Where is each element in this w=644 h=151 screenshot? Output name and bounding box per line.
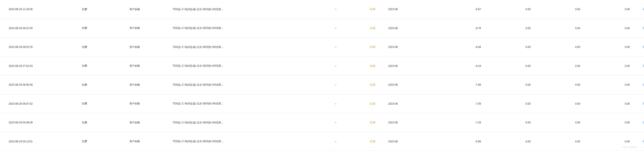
cell-balance: -8.87 (444, 8, 485, 11)
cell-time: 2023-08-29 09:02:25 (0, 46, 78, 48)
cell-balance: -8.79 (444, 27, 485, 30)
cell-period: 2023-08 (380, 140, 444, 143)
cell-balance: -7.29 (444, 121, 485, 124)
detail-link[interactable]: 详情 (643, 140, 644, 143)
cell-placeholder: -- (302, 64, 341, 68)
cell-description: TDSQL-C MySQL版-北京-08月按小时结算... (168, 8, 302, 11)
cell-number-1: 0.00 (485, 64, 535, 68)
cell-placeholder: -- (302, 121, 341, 124)
cell-amount: -0.08 (341, 8, 380, 11)
cell-type: 扣费 (78, 102, 125, 106)
cell-time: 2023-08-29 06:50:48 (0, 83, 78, 86)
cell-source: 用户余额 (125, 140, 168, 143)
cell-description: TDSQL-C MySQL版-北京-08月按小时结算... (168, 45, 302, 49)
cell-amount: -0.30 (341, 102, 380, 105)
cell-number-3: 0.00 (584, 83, 634, 86)
cell-number-3: 0.00 (584, 27, 634, 30)
cell-type: 扣费 (78, 140, 125, 143)
cell-description: TDSQL-C MySQL版-北京-08月按小时结算... (168, 121, 302, 124)
cell-period: 2023-08 (380, 64, 444, 68)
table-row: 2023-08-29 06:50:48 扣费 用户余额 TDSQL-C MySQ… (0, 76, 644, 94)
cell-number-3: 0.00 (584, 8, 634, 11)
table-row: 2023-08-29 11:26:56 扣费 用户余额 TDSQL-C MySQ… (0, 0, 644, 19)
cell-time: 2023-08-29 04:13:51 (0, 140, 78, 143)
cell-number-2: 0.00 (535, 27, 584, 30)
cell-source: 用户余额 (125, 64, 168, 68)
cell-balance: -8.19 (444, 64, 485, 68)
detail-link[interactable]: 详情 (643, 102, 644, 105)
detail-link[interactable]: 详情 (643, 26, 644, 30)
table-row: 2023-08-29 04:46:08 扣费 用户余额 TDSQL-C MySQ… (0, 113, 644, 132)
detail-link[interactable]: 详情 (643, 121, 644, 124)
cell-amount: -0.30 (341, 64, 380, 68)
cell-description: TDSQL-C MySQL版-北京-08月按小时结算... (168, 83, 302, 87)
cell-time: 2023-08-29 07:52:53 (0, 64, 78, 68)
table-row: 2023-08-29 07:52:53 扣费 用户余额 TDSQL-C MySQ… (0, 57, 644, 76)
cell-number-2: 0.00 (535, 121, 584, 124)
cell-source: 用户余额 (125, 8, 168, 11)
cell-type: 扣费 (78, 83, 125, 87)
cell-number-1: 0.00 (485, 140, 535, 143)
cell-number-3: 0.00 (584, 102, 634, 105)
cell-number-3: 0.00 (584, 140, 634, 143)
cell-number-1: 0.00 (485, 83, 535, 86)
table-row: 2023-08-29 09:47:05 扣费 用户余额 TDSQL-C MySQ… (0, 19, 644, 38)
cell-source: 用户余额 (125, 102, 168, 106)
cell-time: 2023-08-29 04:46:08 (0, 121, 78, 124)
cell-placeholder: -- (302, 46, 341, 48)
detail-link[interactable]: 详情 (643, 8, 644, 11)
table-row: 2023-08-29 04:13:51 扣费 用户余额 TDSQL-C MySQ… (0, 132, 644, 151)
cell-placeholder: -- (302, 27, 341, 30)
cell-period: 2023-08 (380, 8, 444, 11)
cell-period: 2023-08 (380, 121, 444, 124)
cell-placeholder: -- (302, 140, 341, 143)
cell-balance: -7.89 (444, 83, 485, 86)
cell-placeholder: -- (302, 102, 341, 105)
cell-number-3: 0.00 (584, 46, 634, 48)
cell-period: 2023-08 (380, 102, 444, 105)
cell-source: 用户余额 (125, 83, 168, 87)
table-row: 2023-08-29 09:02:25 扣费 用户余额 TDSQL-C MySQ… (0, 38, 644, 57)
cell-number-3: 0.00 (584, 64, 634, 68)
cell-balance: -8.49 (444, 46, 485, 48)
cell-number-2: 0.00 (535, 83, 584, 86)
cell-number-2: 0.00 (535, 102, 584, 105)
cell-number-1: 0.00 (485, 46, 535, 48)
cell-number-2: 0.00 (535, 46, 584, 48)
detail-link[interactable]: 详情 (643, 64, 644, 67)
table-row: 2023-08-29 06:07:52 扣费 用户余额 TDSQL-C MySQ… (0, 94, 644, 114)
cell-number-3: 0.00 (584, 121, 634, 124)
cell-description: TDSQL-C MySQL版-北京-08月按小时结算... (168, 26, 302, 30)
cell-description: TDSQL-C MySQL版-北京-08月按小时结算... (168, 140, 302, 143)
cell-period: 2023-08 (380, 46, 444, 48)
cell-time: 2023-08-29 11:26:56 (0, 8, 78, 11)
cell-source: 用户余额 (125, 45, 168, 49)
cell-time: 2023-08-29 09:47:05 (0, 27, 78, 30)
cell-amount: -0.30 (341, 27, 380, 30)
cell-period: 2023-08 (380, 27, 444, 30)
cell-number-2: 0.00 (535, 8, 584, 11)
cell-period: 2023-08 (380, 83, 444, 86)
cell-number-1: 0.00 (485, 8, 535, 11)
cell-type: 扣费 (78, 26, 125, 30)
cell-type: 扣费 (78, 45, 125, 49)
detail-link[interactable]: 详情 (643, 83, 644, 86)
cell-amount: -0.30 (341, 121, 380, 124)
cell-balance: -6.99 (444, 140, 485, 143)
detail-link[interactable]: 详情 (643, 46, 644, 48)
cell-source: 用户余额 (125, 121, 168, 124)
cell-placeholder: -- (302, 83, 341, 86)
cell-balance: -7.59 (444, 102, 485, 105)
watermark: CSDN @杨琴1 (622, 146, 638, 149)
cell-amount: -0.30 (341, 46, 380, 48)
cell-source: 用户余额 (125, 26, 168, 30)
cell-description: TDSQL-C MySQL版-北京-08月按小时结算... (168, 64, 302, 68)
cell-type: 扣费 (78, 121, 125, 124)
billing-table: 2023-08-29 11:26:56 扣费 用户余额 TDSQL-C MySQ… (0, 0, 644, 151)
cell-type: 扣费 (78, 8, 125, 11)
cell-amount: -0.30 (341, 140, 380, 143)
cell-amount: -0.30 (341, 83, 380, 86)
cell-number-2: 0.00 (535, 140, 584, 143)
cell-type: 扣费 (78, 64, 125, 68)
cell-description: TDSQL-C MySQL版-北京-08月按小时结算... (168, 102, 302, 106)
